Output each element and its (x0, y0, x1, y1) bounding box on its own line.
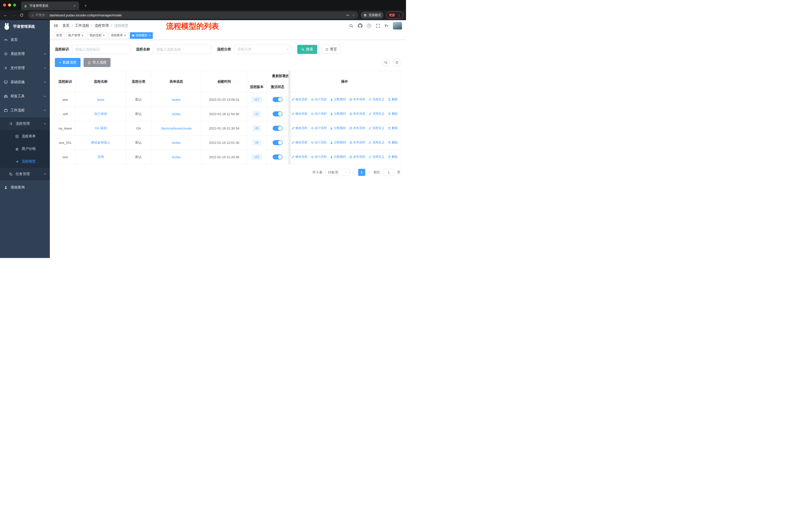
action-assign-rules[interactable]: 分配规则 (330, 140, 346, 145)
action-delete[interactable]: 删除 (388, 155, 398, 159)
action-assign-rules[interactable]: 分配规则 (330, 126, 346, 130)
action-edit-process[interactable]: 修改流程 (291, 112, 307, 116)
github-icon[interactable] (358, 23, 362, 28)
tag-home[interactable]: 首页 (54, 32, 64, 39)
action-publish-process[interactable]: 发布流程 (349, 112, 365, 116)
table-search-button[interactable] (382, 58, 390, 66)
forward-icon[interactable]: → (11, 13, 17, 18)
process-name-input[interactable] (153, 45, 211, 54)
prev-page-icon[interactable]: ‹ (353, 170, 355, 174)
action-design-process[interactable]: 设计流程 (311, 112, 327, 116)
action-design-process[interactable]: 设计流程 (311, 97, 327, 102)
import-process-button[interactable]: 导入流程 (84, 58, 111, 67)
close-icon[interactable]: × (124, 34, 126, 37)
action-assign-rules[interactable]: 分配规则 (330, 97, 346, 102)
close-icon[interactable]: × (103, 34, 105, 37)
process-name-link[interactable]: 自己审批 (94, 112, 107, 116)
tab-close-icon[interactable]: × (72, 4, 77, 8)
reset-button[interactable]: 重置 (321, 45, 341, 54)
reload-icon[interactable] (20, 13, 26, 17)
breadcrumb-home[interactable]: 首页 (62, 23, 69, 28)
sidebar-toggle-icon[interactable] (54, 23, 58, 28)
page-size-select[interactable]: 10条/页 (325, 169, 350, 176)
action-design-process[interactable]: 设计流程 (311, 126, 327, 130)
sidebar-item-user-group[interactable]: 用户分组 (0, 143, 50, 155)
process-id-input[interactable] (72, 45, 130, 54)
close-icon[interactable]: × (82, 34, 84, 37)
action-assign-rules[interactable]: 分配规则 (330, 112, 346, 116)
sidebar-item-process-model[interactable]: 流程模型 (0, 155, 50, 168)
window-close-button[interactable] (3, 3, 6, 6)
sidebar-item-leave-query[interactable]: 请假查询 (0, 181, 50, 194)
sidebar-item-system[interactable]: 系统管理 (0, 47, 50, 61)
active-toggle[interactable] (272, 126, 283, 131)
form-info-link[interactable]: biubiu (172, 98, 181, 102)
action-publish-process[interactable]: 发布流程 (349, 97, 365, 102)
help-icon[interactable]: ? (367, 24, 371, 28)
action-edit-process[interactable]: 修改流程 (291, 126, 307, 130)
search-button[interactable]: 搜索 (297, 45, 317, 54)
close-icon[interactable]: × (149, 34, 151, 37)
tag-process-model[interactable]: 流程模型 × (130, 32, 153, 39)
page-number-current[interactable]: 1 (358, 169, 365, 176)
sidebar-item-process-form[interactable]: 流程表单 (0, 130, 50, 143)
font-size-icon[interactable]: TT (385, 24, 388, 28)
back-icon[interactable]: ← (2, 13, 8, 18)
active-toggle[interactable] (272, 155, 283, 160)
action-publish-process[interactable]: 发布流程 (349, 126, 365, 130)
browser-tab[interactable]: 芋道管理系统 × (21, 1, 79, 10)
user-avatar[interactable] (393, 22, 402, 29)
process-name-link[interactable]: OA 请假 (95, 126, 107, 130)
action-publish-process[interactable]: 发布流程 (349, 155, 365, 159)
update-chrome-button[interactable]: 更新 ⋮ (386, 11, 404, 19)
sidebar-item-infra[interactable]: 基础设施 (0, 75, 50, 89)
active-toggle[interactable] (272, 140, 283, 145)
process-name-link[interactable]: 滔博 (97, 155, 104, 159)
new-tab-button[interactable]: + (83, 3, 89, 8)
action-delete[interactable]: 删除 (388, 97, 398, 102)
breadcrumb-process-mgmt[interactable]: 流程管理 (95, 23, 109, 28)
next-page-icon[interactable]: › (368, 170, 371, 174)
security-indicator[interactable]: ⚠ 不安全 (31, 13, 45, 18)
tag-tenant[interactable]: 租户管理 × (66, 32, 86, 39)
action-process-definition[interactable]: 流程定义 (369, 155, 384, 159)
form-info-link[interactable]: biubiu (172, 141, 181, 145)
window-zoom-button[interactable] (13, 3, 16, 6)
sidebar-item-home[interactable]: 首页 (0, 33, 50, 47)
action-delete[interactable]: 删除 (388, 126, 398, 130)
action-assign-rules[interactable]: 分配规则 (330, 155, 346, 159)
sidebar-item-payment[interactable]: ¥ 支付管理 (0, 61, 50, 75)
address-bar[interactable]: ⚠ 不安全 dashboard.yudao.iocoder.cn/bpm/man… (28, 11, 358, 19)
sidebar-item-devtools[interactable]: 研发工具 (0, 89, 50, 103)
form-info-link[interactable]: /bpm/oa/leave/create (161, 127, 192, 130)
browser-menu-icon[interactable]: ⋮ (397, 13, 401, 17)
fullscreen-icon[interactable] (376, 24, 380, 28)
action-edit-process[interactable]: 修改流程 (291, 140, 307, 145)
action-process-definition[interactable]: 流程定义 (369, 112, 384, 116)
sidebar-item-workflow[interactable]: 工作流程 (0, 103, 50, 117)
action-publish-process[interactable]: 发布流程 (349, 140, 365, 145)
action-design-process[interactable]: 设计流程 (311, 140, 327, 145)
action-process-definition[interactable]: 流程定义 (369, 140, 384, 145)
form-info-link[interactable]: biubiu (172, 155, 181, 159)
action-edit-process[interactable]: 修改流程 (291, 155, 307, 159)
action-design-process[interactable]: 设计流程 (311, 155, 327, 159)
bookmark-star-icon[interactable]: ☆ (352, 13, 355, 17)
action-edit-process[interactable]: 修改流程 (291, 97, 307, 102)
table-refresh-button[interactable] (393, 58, 401, 66)
active-toggle[interactable] (272, 111, 283, 116)
tag-process-form[interactable]: 流程表单 × (109, 32, 128, 39)
password-key-icon[interactable] (346, 13, 350, 17)
breadcrumb-workflow[interactable]: 工作流程 (75, 23, 89, 28)
action-delete[interactable]: 删除 (388, 140, 398, 145)
action-delete[interactable]: 删除 (388, 112, 398, 116)
tag-my-process[interactable]: 我的流程 × (87, 32, 107, 39)
category-select[interactable]: 流程分类 (234, 45, 292, 54)
active-toggle[interactable] (272, 97, 283, 102)
sidebar-item-task-mgmt[interactable]: 任务管理 (0, 168, 50, 181)
action-process-definition[interactable]: 流程定义 (369, 126, 384, 130)
create-process-button[interactable]: + 新建流程 (55, 58, 81, 67)
form-info-link[interactable]: biubiu (172, 112, 181, 116)
action-process-definition[interactable]: 流程定义 (369, 97, 384, 102)
sidebar-item-process-mgmt[interactable]: 流程管理 (0, 117, 50, 130)
